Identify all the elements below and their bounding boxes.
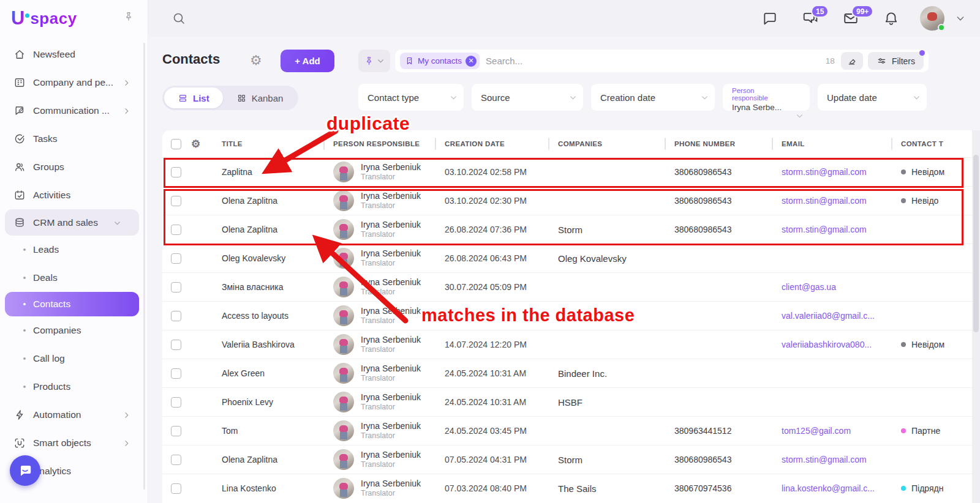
row-checkbox[interactable]	[171, 340, 181, 350]
column-header-email[interactable]: EMAIL	[772, 130, 891, 157]
page-settings-gear-icon[interactable]: ⚙	[250, 53, 262, 69]
sidebar-item-smart-objects[interactable]: Smart objects	[0, 429, 148, 457]
table-row-alex-green[interactable]: Alex Green Iryna Serbeniuk Translator 24…	[162, 359, 980, 387]
cell-company[interactable]	[548, 302, 665, 330]
messenger-icon[interactable]: 15	[802, 10, 818, 26]
cell-email[interactable]: storm.stin@gmail.com	[772, 187, 891, 215]
cell-company[interactable]: Storm	[548, 215, 665, 244]
cell-email[interactable]	[772, 244, 891, 272]
my-contacts-filter-chip[interactable]: My contacts ✕	[400, 53, 480, 69]
cell-title[interactable]: Lina Kostenko	[212, 474, 323, 502]
view-toggle-list[interactable]: List	[164, 88, 223, 108]
cell-company[interactable]	[548, 330, 665, 359]
column-header-creation-date[interactable]: CREATION DATE	[435, 130, 548, 157]
table-row-valeriia-bashkirova[interactable]: Valeriia Bashkirova Iryna Serbeniuk Tran…	[162, 330, 980, 359]
select-all-checkbox[interactable]	[171, 139, 181, 149]
row-checkbox[interactable]	[171, 196, 181, 206]
cell-title[interactable]: Tom	[212, 417, 323, 445]
row-checkbox[interactable]	[171, 483, 181, 494]
cell-title[interactable]: Access to layouts	[212, 302, 323, 330]
row-checkbox[interactable]	[171, 253, 181, 264]
cell-title[interactable]: Valeriia Bashkirova	[212, 330, 323, 359]
sidebar-item-newsfeed[interactable]: Newsfeed	[0, 40, 148, 69]
cell-title[interactable]: Zaplitna	[212, 158, 323, 186]
column-header-title[interactable]: TITLE	[212, 130, 323, 157]
cell-email[interactable]	[772, 359, 891, 387]
table-row-oleg-kovalevsky[interactable]: Oleg Kovalevsky Iryna Serbeniuk Translat…	[162, 244, 980, 272]
mail-icon[interactable]: 99+	[843, 10, 859, 26]
filter-dropdown-person-responsible[interactable]: Person responsibleIryna Serbe...	[723, 84, 810, 111]
cell-email[interactable]: lina.kostenko@gmail.c...	[772, 474, 891, 502]
cell-person-responsible[interactable]: Iryna Serbeniuk Translator	[323, 244, 435, 272]
row-checkbox[interactable]	[171, 311, 181, 321]
row-checkbox[interactable]	[171, 225, 181, 235]
cell-email[interactable]	[772, 388, 891, 416]
filter-dropdown-creation-date[interactable]: Creation date	[591, 84, 715, 111]
sidebar-item-leads[interactable]: Leads	[0, 236, 148, 264]
sidebar-item-products[interactable]: Products	[0, 373, 148, 401]
cell-title[interactable]: Alex Green	[212, 359, 323, 387]
cell-email[interactable]: valeriiabashkirova080...	[772, 330, 891, 359]
table-row-olena-zaplitna[interactable]: Olena Zaplitna Iryna Serbeniuk Translato…	[162, 445, 980, 474]
table-row-зміна-власника[interactable]: Зміна власника Iryna Serbeniuk Translato…	[162, 272, 980, 301]
pin-filter-button[interactable]	[358, 50, 390, 72]
cell-title[interactable]: Olena Zaplitna	[212, 215, 323, 244]
cell-person-responsible[interactable]: Iryna Serbeniuk Translator	[323, 474, 435, 502]
sidebar-item-communication[interactable]: Communication ...	[0, 97, 148, 125]
cell-title[interactable]: Phoenix Levy	[212, 388, 323, 416]
cell-title[interactable]: Oleg Kovalevsky	[212, 244, 323, 272]
filter-dropdown-update-date[interactable]: Update date	[818, 84, 927, 111]
clear-filters-eraser-button[interactable]	[841, 52, 863, 70]
row-checkbox[interactable]	[171, 455, 181, 465]
sidebar-item-automation[interactable]: Automation	[0, 401, 148, 429]
scrollbar-thumb[interactable]	[973, 155, 979, 332]
chip-close-icon[interactable]: ✕	[466, 56, 477, 67]
cell-company[interactable]: The Sails	[548, 474, 665, 502]
cell-email[interactable]: tom125@gail.com	[772, 417, 891, 445]
table-row-olena-zaplitna[interactable]: Olena Zaplitna Iryna Serbeniuk Translato…	[162, 215, 980, 244]
table-row-olena-zaplitna[interactable]: Olena Zaplitna Iryna Serbeniuk Translato…	[162, 186, 980, 215]
table-row-phoenix-levy[interactable]: Phoenix Levy Iryna Serbeniuk Translator …	[162, 387, 980, 416]
sidebar-item-activities[interactable]: Activities	[0, 181, 148, 209]
cell-title[interactable]: Olena Zaplitna	[212, 445, 323, 474]
cell-email[interactable]: val.valeriia08@gmail.c...	[772, 302, 891, 330]
view-toggle-kanban[interactable]: Kanban	[223, 88, 297, 108]
table-row-access-to-layouts[interactable]: Access to layouts Iryna Serbeniuk Transl…	[162, 301, 980, 330]
cell-person-responsible[interactable]: Iryna Serbeniuk Translator	[323, 187, 435, 215]
sidebar-item-crm-and-sales[interactable]: CRM and sales	[5, 209, 139, 236]
avatar[interactable]	[920, 6, 944, 31]
column-header-companies[interactable]: COMPANIES	[548, 130, 665, 157]
filter-dropdown-source[interactable]: Source	[472, 84, 583, 111]
cell-person-responsible[interactable]: Iryna Serbeniuk Translator	[323, 417, 435, 445]
sidebar-item-company-and-pe[interactable]: Company and pe...	[0, 69, 148, 97]
vertical-scrollbar[interactable]	[972, 130, 980, 503]
sidebar-item-tasks[interactable]: Tasks	[0, 125, 148, 153]
column-header-contact-t[interactable]: CONTACT T	[891, 130, 980, 157]
row-checkbox[interactable]	[171, 397, 181, 408]
filters-button[interactable]: Filters	[868, 52, 924, 70]
column-header-phone-number[interactable]: PHONE NUMBER	[665, 130, 772, 157]
search-input[interactable]	[486, 56, 826, 66]
sidebar-item-contacts[interactable]: Contacts	[5, 292, 139, 316]
cell-company[interactable]: Storm	[548, 445, 665, 474]
cell-company[interactable]	[548, 158, 665, 186]
table-row-tom[interactable]: Tom Iryna Serbeniuk Translator 24.05.202…	[162, 416, 980, 445]
sidebar-scrollbar[interactable]	[143, 43, 145, 490]
cell-person-responsible[interactable]: Iryna Serbeniuk Translator	[323, 330, 435, 359]
cell-company[interactable]	[548, 273, 665, 301]
row-checkbox[interactable]	[171, 167, 181, 177]
cell-email[interactable]: storm.stin@gmail.com	[772, 158, 891, 186]
row-checkbox[interactable]	[171, 426, 181, 436]
cell-person-responsible[interactable]: Iryna Serbeniuk Translator	[323, 359, 435, 387]
cell-email[interactable]: storm.stin@gmail.com	[772, 215, 891, 244]
support-chat-fab[interactable]	[10, 455, 40, 486]
cell-person-responsible[interactable]: Iryna Serbeniuk Translator	[323, 388, 435, 416]
cell-email[interactable]: client@gas.ua	[772, 273, 891, 301]
column-header-person-responsible[interactable]: PERSON RESPONSIBLE	[323, 130, 435, 157]
cell-person-responsible[interactable]: Iryna Serbeniuk Translator	[323, 158, 435, 186]
table-row-zaplitna[interactable]: Zaplitna Iryna Serbeniuk Translator 03.1…	[162, 157, 980, 186]
sidebar-item-call-log[interactable]: Call log	[0, 345, 148, 373]
comment-icon[interactable]	[762, 10, 778, 26]
table-row-lina-kostenko[interactable]: Lina Kostenko Iryna Serbeniuk Translator…	[162, 474, 980, 502]
add-button[interactable]: + Add	[281, 50, 334, 72]
